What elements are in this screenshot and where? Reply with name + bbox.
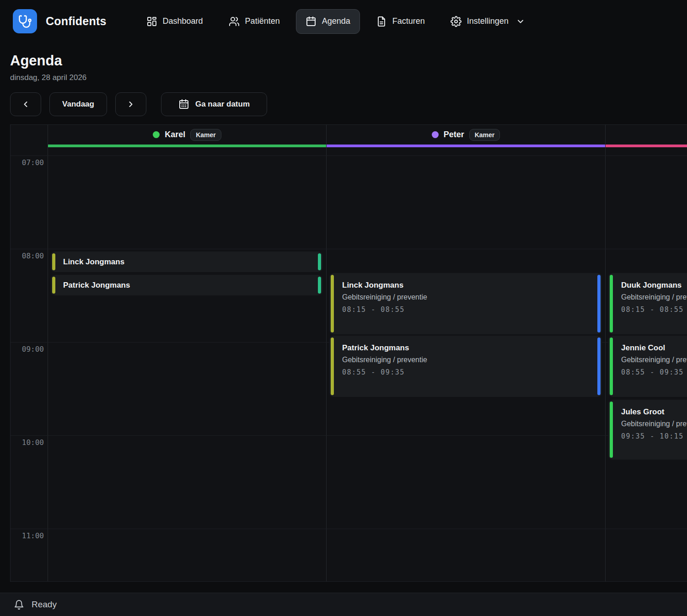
column-separator <box>605 125 606 581</box>
nav-item-instellingen[interactable]: Instellingen <box>441 9 535 34</box>
nav-label: Instellingen <box>467 16 509 26</box>
time-label: 10:00 <box>11 438 44 447</box>
nav-item-patienten[interactable]: Patiënten <box>219 9 290 34</box>
event-patient-name: Linck Jongmans <box>51 257 124 267</box>
event-patient-name: Patrick Jongmans <box>342 343 593 353</box>
event-service: Gebitsreiniging / preventie <box>621 420 687 428</box>
today-button-label: Vandaag <box>62 100 94 109</box>
event-left-accent <box>610 275 613 332</box>
next-day-button[interactable] <box>115 92 146 116</box>
nav-item-facturen[interactable]: Facturen <box>366 9 435 34</box>
nav-item-agenda[interactable]: Agenda <box>296 9 360 34</box>
nav-label: Patiënten <box>245 16 280 26</box>
event-right-accent <box>597 337 601 395</box>
chevron-down-icon <box>516 17 525 26</box>
event-time-range: 08:55 - 09:35 <box>342 368 593 376</box>
page-header: Agenda dinsdag, 28 april 2026 <box>0 43 687 82</box>
calendar-grid[interactable]: Karel Kamer Peter Kamer 07:00 08:00 09:0… <box>10 124 687 582</box>
dashboard-icon <box>146 16 157 27</box>
event-card[interactable]: Linck Jongmans Gebitsreiniging / prevent… <box>329 273 602 334</box>
column-header-karel[interactable]: Karel Kamer <box>48 125 326 145</box>
time-label: 09:00 <box>11 345 44 354</box>
event-left-accent <box>610 402 613 458</box>
column-header-peter[interactable]: Peter Kamer <box>327 125 605 145</box>
chevron-right-icon <box>126 100 135 109</box>
bell-icon[interactable] <box>14 600 24 610</box>
event-card[interactable]: Duuk Jongmans Gebitsreiniging / preventi… <box>608 273 687 334</box>
hour-line <box>11 435 687 436</box>
stethoscope-icon <box>18 15 32 28</box>
today-button[interactable]: Vandaag <box>49 92 107 116</box>
status-bar: Ready <box>0 593 687 616</box>
agenda-toolbar: Vandaag Ga naar datum <box>0 92 687 116</box>
hour-line <box>11 249 687 249</box>
time-gutter-separator <box>48 125 48 581</box>
column-underline-karel <box>48 145 326 147</box>
event-card[interactable]: Jennie Cool Gebitsreiniging / preventie … <box>608 336 687 397</box>
event-right-accent <box>318 277 321 294</box>
event-card[interactable]: Linck Jongmans <box>51 252 322 272</box>
go-to-date-label: Ga naar datum <box>195 100 250 109</box>
nav-items: Dashboard Patiënten Agenda <box>137 9 535 34</box>
nav-label: Dashboard <box>163 16 203 26</box>
event-time-range: 08:55 - 09:35 <box>621 368 687 376</box>
event-left-accent <box>331 337 334 395</box>
gear-icon <box>451 16 462 27</box>
status-text: Ready <box>32 600 57 610</box>
event-service: Gebitsreiniging / preventie <box>342 293 593 301</box>
column-underline-third <box>606 145 687 147</box>
time-label: 07:00 <box>11 158 44 167</box>
event-right-accent <box>318 253 321 270</box>
hour-line <box>11 155 687 156</box>
event-time-range: 09:35 - 10:15 <box>621 432 687 440</box>
brand-name: Confidents <box>46 15 107 28</box>
nav-label: Agenda <box>322 16 350 26</box>
event-time-range: 08:15 - 08:55 <box>342 305 593 314</box>
event-left-accent <box>52 277 55 294</box>
event-patient-name: Duuk Jongmans <box>621 281 687 290</box>
event-patient-name: Jennie Cool <box>621 343 687 353</box>
time-label: 08:00 <box>11 252 44 260</box>
invoice-icon <box>376 16 387 27</box>
calendar-dots-icon <box>178 99 189 110</box>
top-navigation: Confidents Dashboard Patiënten <box>0 0 687 43</box>
time-label: 11:00 <box>11 531 44 540</box>
chevron-left-icon <box>21 100 30 109</box>
column-separator <box>326 125 327 581</box>
hour-line <box>11 529 687 529</box>
event-patient-name: Patrick Jongmans <box>51 281 130 290</box>
calendar-icon <box>306 16 317 27</box>
event-left-accent <box>331 275 334 332</box>
event-service: Gebitsreiniging / preventie <box>621 293 687 301</box>
previous-day-button[interactable] <box>10 92 41 116</box>
event-card[interactable]: Patrick Jongmans Gebitsreiniging / preve… <box>329 336 602 397</box>
column-underline-peter <box>327 145 605 147</box>
event-patient-name: Linck Jongmans <box>342 281 593 290</box>
event-right-accent <box>597 275 601 332</box>
nav-label: Facturen <box>392 16 425 26</box>
nav-item-dashboard[interactable]: Dashboard <box>137 9 213 34</box>
practitioner-name: Karel <box>165 130 185 139</box>
event-card[interactable]: Jules Groot Gebitsreiniging / preventie … <box>608 400 687 460</box>
event-card[interactable]: Patrick Jongmans <box>51 275 322 295</box>
event-left-accent <box>610 337 613 395</box>
event-patient-name: Jules Groot <box>621 407 687 417</box>
event-time-range: 08:15 - 08:55 <box>621 305 687 314</box>
practitioner-color-dot <box>153 131 160 138</box>
practitioner-color-dot <box>432 131 439 138</box>
event-service: Gebitsreiniging / preventie <box>621 356 687 364</box>
room-badge: Kamer <box>190 129 221 141</box>
room-badge: Kamer <box>469 129 500 141</box>
page-date: dinsdag, 28 april 2026 <box>10 73 677 82</box>
go-to-date-button[interactable]: Ga naar datum <box>161 92 267 116</box>
practitioner-name: Peter <box>444 130 464 139</box>
event-left-accent <box>52 253 55 270</box>
patients-icon <box>229 16 240 27</box>
app-logo[interactable] <box>13 9 37 33</box>
event-service: Gebitsreiniging / preventie <box>342 356 593 364</box>
page-title: Agenda <box>10 53 677 69</box>
